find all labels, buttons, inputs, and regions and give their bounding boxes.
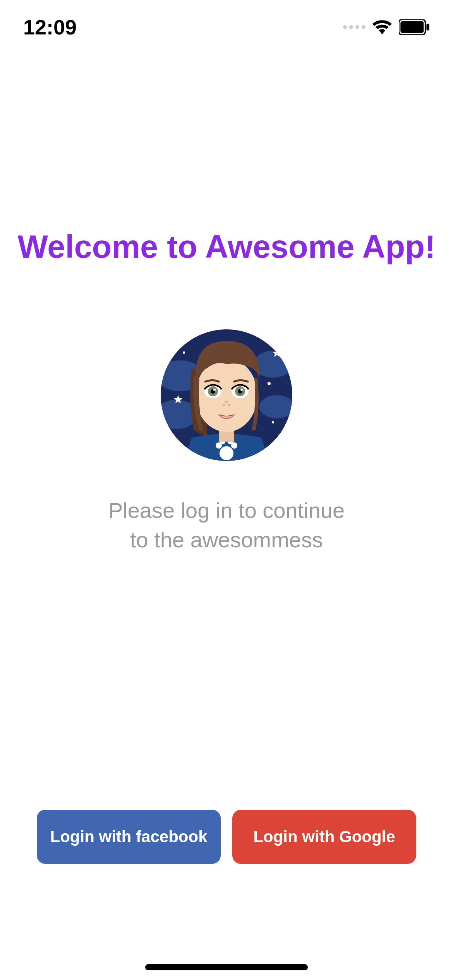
svg-point-20: [196, 358, 257, 432]
svg-point-11: [272, 421, 274, 423]
login-button-row: Login with facebook Login with Google: [0, 810, 453, 864]
svg-point-29: [223, 404, 225, 406]
page-title: Welcome to Awesome App!: [17, 228, 435, 266]
login-google-button[interactable]: Login with Google: [232, 810, 416, 864]
subtitle-line-1: Please log in to continue: [108, 496, 345, 525]
main-content: Welcome to Awesome App!: [0, 0, 453, 980]
svg-point-28: [240, 389, 243, 391]
svg-point-14: [220, 446, 233, 460]
svg-point-27: [213, 389, 216, 391]
avatar-image-icon: [161, 329, 292, 461]
svg-point-10: [268, 382, 271, 385]
avatar: [161, 329, 292, 461]
login-facebook-button[interactable]: Login with facebook: [37, 810, 221, 864]
home-indicator[interactable]: [145, 964, 308, 970]
svg-point-30: [228, 404, 230, 406]
svg-point-9: [183, 351, 185, 354]
subtitle-line-2: to the awesommess: [108, 525, 345, 555]
subtitle: Please log in to continue to the awesomm…: [108, 496, 345, 554]
